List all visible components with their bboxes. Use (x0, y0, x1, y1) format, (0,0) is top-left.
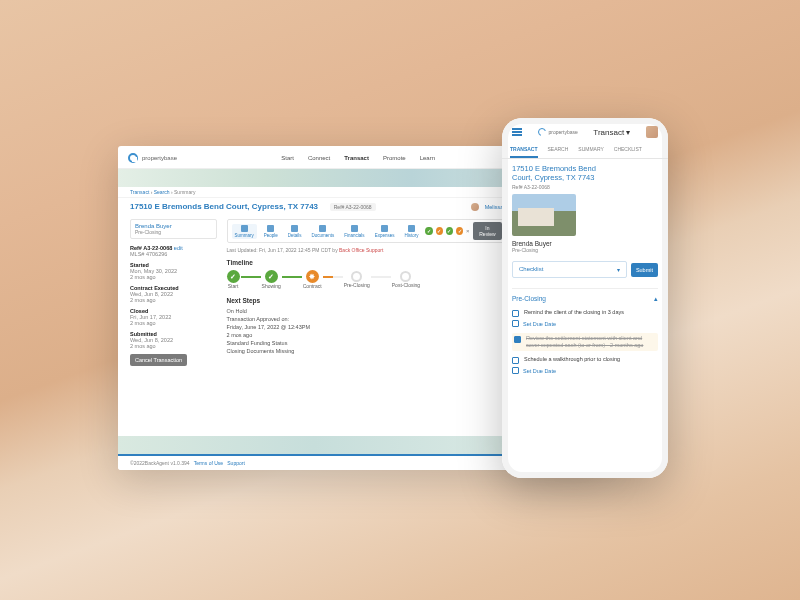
tab-history[interactable]: History (401, 224, 421, 239)
tab-expenses[interactable]: Expenses (372, 224, 398, 239)
task-2[interactable]: Review the settlement statement with cli… (512, 333, 658, 351)
t-step-start: ✓Start (227, 270, 240, 289)
brand-text: propertybase (142, 155, 177, 161)
check-icon: ✓ (265, 270, 278, 283)
t-line (241, 276, 261, 278)
ns-4: Standard Funding Status (227, 340, 508, 346)
mobile-buyer: Brenda Buyer (512, 240, 658, 247)
buyer-card[interactable]: Brenda Buyer Pre-Closing (130, 219, 217, 239)
brand-logo-icon (538, 128, 546, 136)
tab-documents[interactable]: Documents (309, 224, 338, 239)
details-icon (291, 225, 298, 232)
nav-start[interactable]: Start (281, 155, 294, 161)
crumb-summary: Summary (174, 189, 195, 195)
primary-nav: Start Connect Transact Promote Learn (281, 155, 435, 161)
set-due-1[interactable]: Set Due Date (512, 320, 658, 327)
ns-1: Transaction Approved on: (227, 316, 508, 322)
title-ref-badge: Ref# A3-22-0068 (330, 203, 376, 211)
nav-transact[interactable]: Transact (344, 155, 369, 161)
financials-icon (351, 225, 358, 232)
ns-5: Closing Documents Missing (227, 348, 508, 354)
updated-by-link[interactable]: Back Office Support (339, 247, 383, 253)
mobile-buyer-stage: Pre-Closing (512, 247, 658, 253)
in-review-button[interactable]: In Review (473, 222, 503, 240)
calendar-icon (512, 320, 519, 327)
task-1[interactable]: Remind the client of the closing in 3 da… (512, 309, 658, 317)
empty-step-icon (351, 271, 362, 282)
page-title: 17510 E Bremonds Bend Court, Cypress, TX… (130, 202, 318, 211)
mobile-ref: Ref# A3-22-0068 (512, 184, 658, 190)
task-1-text: Remind the client of the closing in 3 da… (524, 309, 624, 317)
checkbox-checked-icon[interactable] (514, 336, 521, 343)
t-step-showing: ✓Showing (262, 270, 281, 289)
check-icon: ✓ (227, 270, 240, 283)
mtab-summary[interactable]: SUMMARY (578, 142, 603, 158)
nav-learn[interactable]: Learn (420, 155, 435, 161)
detail-tabs: Summary People Details Documents Financi… (227, 219, 508, 243)
crumb-search[interactable]: Search (154, 189, 170, 195)
tab-people[interactable]: People (261, 224, 281, 239)
middle-column: Summary People Details Documents Financi… (227, 219, 508, 366)
t-step-postclosing: Post-Closing (392, 271, 420, 288)
progress-dot-3: ✓ (446, 227, 453, 235)
cancel-transaction-button[interactable]: Cancel Transaction (130, 354, 187, 366)
hamburger-icon[interactable] (512, 128, 522, 136)
checkbox-icon[interactable] (512, 357, 519, 364)
mtab-checklist[interactable]: CHECKLIST (614, 142, 642, 158)
ev-exec-ago: 2 mos ago (130, 297, 217, 303)
t-line (371, 276, 391, 278)
mobile-brand: propertybase (549, 129, 578, 135)
timeline: ✓Start ✓Showing ✸Contract Pre-Closing Po… (227, 270, 508, 289)
progress-dot-4: ✓ (456, 227, 463, 235)
mtab-search[interactable]: SEARCH (548, 142, 569, 158)
footer-copy: ©2022BackAgent v1.0.394 (130, 460, 190, 466)
submit-button[interactable]: Submit (631, 263, 658, 277)
agent-icon (471, 203, 479, 211)
footer-terms[interactable]: Terms of Use (194, 460, 223, 466)
tab-financials[interactable]: Financials (341, 224, 367, 239)
tab-details[interactable]: Details (285, 224, 305, 239)
nextsteps-heading: Next Steps (227, 297, 508, 304)
task-3-text: Schedule a walkthrough prior to closing (524, 356, 620, 364)
expenses-icon (381, 225, 388, 232)
section-heading: Pre-Closing (512, 295, 546, 303)
set-due-3[interactable]: Set Due Date (512, 367, 658, 374)
mobile-avatar[interactable] (646, 126, 658, 138)
brand: propertybase (128, 153, 177, 163)
crumb-transact[interactable]: Transact (130, 189, 149, 195)
progress-dot-1: ✓ (425, 227, 432, 235)
footer-support[interactable]: Support (227, 460, 245, 466)
summary-icon (241, 225, 248, 232)
calendar-icon (512, 367, 519, 374)
nav-connect[interactable]: Connect (308, 155, 330, 161)
documents-icon (319, 225, 326, 232)
task-3[interactable]: Schedule a walkthrough prior to closing (512, 356, 658, 364)
property-photo (512, 194, 576, 236)
collapse-icon[interactable]: ▴ (654, 295, 658, 303)
ev-closed-ago: 2 mos ago (130, 320, 217, 326)
mobile-device: propertybase Transact ▾ TRANSACT SEARCH … (502, 118, 668, 478)
mobile-topbar: propertybase Transact ▾ (502, 118, 668, 142)
people-icon (267, 225, 274, 232)
left-column: Brenda Buyer Pre-Closing Ref# A3-22-0068… (130, 219, 217, 366)
checklist-select[interactable]: Checklist ▾ (512, 261, 627, 278)
ns-0: On Hold (227, 308, 508, 314)
tab-summary[interactable]: Summary (232, 224, 257, 239)
task-2-text: Review the settlement statement with cli… (526, 335, 656, 349)
t-step-contract: ✸Contract (303, 270, 322, 289)
nav-promote[interactable]: Promote (383, 155, 406, 161)
star-icon: ✸ (306, 270, 319, 283)
edit-link[interactable]: edit (174, 245, 183, 251)
mobile-title[interactable]: Transact ▾ (593, 128, 630, 137)
progress-dot-2: ✓ (436, 227, 443, 235)
ns-2: Friday, June 17, 2022 @ 12:43PM (227, 324, 508, 330)
brand-logo-icon (128, 153, 138, 163)
checklist-section: Pre-Closing ▴ Remind the client of the c… (512, 288, 658, 374)
t-line (323, 276, 343, 278)
ns-3: 2 mos ago (227, 332, 508, 338)
progress-x[interactable]: × (466, 228, 470, 234)
last-updated: Last Updated: Fri, Jun 17, 2022 12:45 PM… (227, 247, 508, 253)
mtab-transact[interactable]: TRANSACT (510, 142, 538, 158)
checkbox-icon[interactable] (512, 310, 519, 317)
mls-label: MLS# 4706296 (130, 251, 217, 257)
